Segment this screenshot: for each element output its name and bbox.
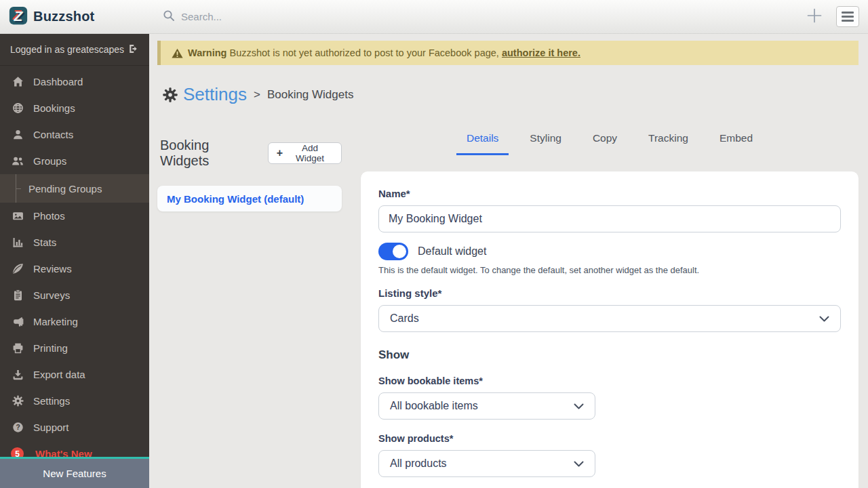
tab-styling[interactable]: Styling <box>519 128 572 155</box>
svg-text:?: ? <box>16 424 20 431</box>
main-content: Warning Buzzshot is not yet authorized t… <box>149 34 868 488</box>
gear-icon <box>12 395 24 407</box>
tab-tracking[interactable]: Tracking <box>638 128 698 155</box>
search-input[interactable] <box>181 11 466 22</box>
breadcrumb-current: Booking Widgets <box>267 88 354 102</box>
authorize-link[interactable]: authorize it here. <box>502 47 580 58</box>
sidebar-item-label: Bookings <box>33 102 75 114</box>
sidebar-item-label: Contacts <box>33 129 73 140</box>
download-icon <box>12 369 24 380</box>
sidebar-item-printing[interactable]: Printing <box>0 335 149 361</box>
chevron-down-icon <box>574 461 584 467</box>
tab-bar: Details Styling Copy Tracking Embed <box>361 128 859 155</box>
bar-chart-icon <box>12 237 24 248</box>
topbar: Z Z Z Buzzshot <box>0 0 868 34</box>
bullhorn-icon <box>12 316 24 327</box>
brand[interactable]: Z Z Z Buzzshot <box>0 6 149 28</box>
sidebar-item-reviews[interactable]: Reviews <box>0 256 149 282</box>
search-icon <box>163 9 175 24</box>
default-widget-label: Default widget <box>418 245 486 258</box>
default-widget-toggle[interactable] <box>378 243 408 260</box>
question-icon: ? <box>12 422 24 433</box>
widget-detail-panel: Details Styling Copy Tracking Embed Name… <box>361 128 859 488</box>
breadcrumb: Settings > Booking Widgets <box>163 84 868 105</box>
warning-icon <box>172 48 183 58</box>
user-icon <box>12 129 24 140</box>
listing-style-label: Listing style* <box>378 287 841 299</box>
breadcrumb-settings-link[interactable]: Settings <box>183 84 247 105</box>
brand-name: Buzzshot <box>33 9 94 24</box>
sidebar-item-label: Pending Groups <box>28 183 102 195</box>
sidebar-item-label: Groups <box>33 155 66 167</box>
clipboard-icon <box>12 289 24 301</box>
sidebar-item-photos[interactable]: Photos <box>0 203 149 229</box>
menu-button[interactable] <box>836 6 859 27</box>
show-products-select[interactable]: All products <box>378 450 595 477</box>
show-bookable-label: Show bookable items* <box>378 375 841 386</box>
chevron-down-icon <box>819 316 829 322</box>
sidebar-item-label: Support <box>33 422 69 433</box>
login-row: Logged in as greatescapes <box>0 34 149 66</box>
sidebar-item-pending-groups[interactable]: Pending Groups <box>0 174 149 203</box>
show-section-heading: Show <box>378 348 841 362</box>
warning-banner: Warning Buzzshot is not yet authorized t… <box>157 41 859 65</box>
sidebar-item-label: Settings <box>33 395 70 407</box>
search-area <box>163 9 805 24</box>
buzzshot-logo-icon: Z Z Z <box>9 6 28 28</box>
sidebar-item-marketing[interactable]: Marketing <box>0 308 149 335</box>
sidebar-item-bookings[interactable]: Bookings <box>0 95 149 121</box>
tab-details[interactable]: Details <box>456 128 509 155</box>
gear-icon <box>163 87 178 102</box>
new-features-button[interactable]: New Features <box>0 459 149 488</box>
sidebar-item-label: Printing <box>33 342 68 354</box>
sidebar-item-label: Export data <box>33 369 85 380</box>
show-products-label: Show products* <box>378 433 841 444</box>
sidebar-item-support[interactable]: ? Support <box>0 414 149 441</box>
listing-style-select[interactable]: Cards <box>378 305 841 332</box>
sign-out-icon[interactable] <box>128 43 139 56</box>
plus-icon[interactable] <box>805 6 824 28</box>
image-icon <box>12 210 24 222</box>
sidebar-nav: Dashboard Bookings Contacts <box>0 66 149 467</box>
tree-branch <box>16 174 16 203</box>
chevron-down-icon <box>574 403 584 409</box>
users-icon <box>12 155 24 167</box>
details-form-card: Name* Default widget This is the default… <box>361 171 859 488</box>
sidebar-item-groups[interactable]: Groups <box>0 148 149 174</box>
breadcrumb-separator: > <box>254 88 260 102</box>
widgets-panel-title: Booking Widgets <box>160 138 260 169</box>
default-widget-help: This is the default widget. To change th… <box>378 265 841 275</box>
sidebar-bottom: New Features <box>0 457 149 488</box>
plus-icon: + <box>277 147 283 159</box>
add-widget-button[interactable]: + Add Widget <box>268 142 342 164</box>
widgets-panel: Booking Widgets + Add Widget My Booking … <box>157 128 342 211</box>
sidebar-item-label: Stats <box>33 237 56 248</box>
name-label: Name* <box>378 188 841 199</box>
sidebar-item-stats[interactable]: Stats <box>0 229 149 256</box>
sidebar-item-dashboard[interactable]: Dashboard <box>0 68 149 95</box>
sidebar-item-label: Dashboard <box>33 76 83 87</box>
globe-icon <box>12 102 24 114</box>
sidebar-item-export-data[interactable]: Export data <box>0 361 149 388</box>
widget-list-item[interactable]: My Booking Widget (default) <box>157 186 342 211</box>
topbar-actions <box>805 6 868 28</box>
sidebar-item-settings[interactable]: Settings <box>0 388 149 414</box>
login-text: Logged in as greatescapes <box>10 44 124 55</box>
sidebar-item-label: Photos <box>33 210 65 222</box>
warning-message: Buzzshot is not yet authorized to post t… <box>230 47 499 58</box>
home-icon <box>12 76 24 87</box>
warning-title: Warning <box>188 47 226 58</box>
sidebar-item-contacts[interactable]: Contacts <box>0 121 149 148</box>
svg-text:Z: Z <box>14 7 24 23</box>
sidebar-item-surveys[interactable]: Surveys <box>0 282 149 308</box>
sidebar: Logged in as greatescapes Dashboard <box>0 34 149 488</box>
feather-icon <box>12 263 24 274</box>
tab-embed[interactable]: Embed <box>709 128 763 155</box>
tab-copy[interactable]: Copy <box>583 128 627 155</box>
name-input[interactable] <box>378 205 841 232</box>
printer-icon <box>12 342 24 354</box>
sidebar-item-label: Surveys <box>33 289 70 301</box>
sidebar-item-label: Reviews <box>33 263 72 274</box>
sidebar-item-label: Marketing <box>33 316 78 327</box>
show-bookable-select[interactable]: All bookable items <box>378 392 595 420</box>
